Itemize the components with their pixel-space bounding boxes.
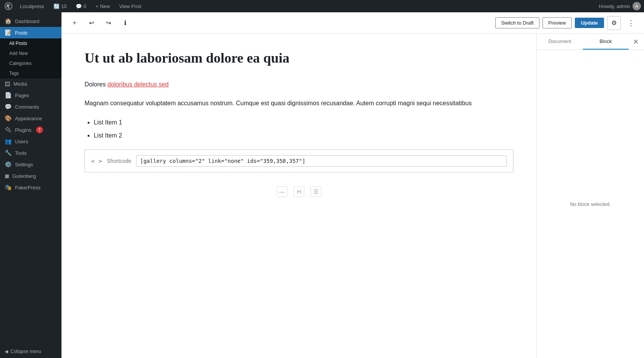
block-toolbar-minus[interactable]: — (277, 186, 287, 197)
sidebar-item-fakerpress[interactable]: 🎭 FakerPress (0, 182, 61, 193)
comments-icon: 💬 (5, 103, 12, 110)
plugins-badge: 7 (36, 126, 43, 133)
settings-cog-icon: ⚙ (611, 19, 617, 27)
sidebar-item-tools[interactable]: 🔧 Tools (0, 147, 61, 159)
panel-close-button[interactable]: ✕ (629, 35, 642, 49)
close-icon: ✕ (633, 38, 639, 46)
block-toolbar: — H ☰ (85, 182, 513, 202)
panel-settings-button[interactable]: ⚙ (607, 16, 621, 30)
gutenberg-icon: ◼ (5, 172, 9, 179)
adminbar-new[interactable]: + New (93, 3, 113, 9)
wp-logo-icon (3, 1, 14, 12)
list-item[interactable]: List Item 1 (94, 118, 513, 128)
shortcode-input[interactable] (136, 155, 507, 167)
adminbar-view-post[interactable]: View Post (116, 3, 144, 9)
avatar: A (632, 2, 641, 10)
shortcode-block[interactable]: < > Shortcode (85, 149, 513, 172)
fakerpress-icon: 🎭 (5, 184, 12, 191)
preview-button[interactable]: Preview (543, 17, 572, 28)
editor-body: Ut ut ab laboriosam dolore ea quia Dolor… (61, 34, 644, 358)
no-block-selected-text: No block selected. (570, 201, 611, 207)
sidebar-item-pages[interactable]: 📄 Pages (0, 90, 61, 101)
post-paragraph-2[interactable]: Magnam consequatur voluptatem accusamus … (85, 98, 513, 108)
editor-toolbar: ＋ ↩ ↪ ℹ Switch to Draft Preview Update ⚙… (61, 12, 644, 34)
adminbar-comments[interactable]: 💬 0 (73, 3, 89, 9)
more-options-button[interactable]: ⋮ (624, 16, 638, 30)
sidebar-item-media[interactable]: 🖼 Media (0, 78, 61, 90)
sidebar-item-all-posts[interactable]: All Posts (0, 38, 61, 48)
users-icon: 👥 (5, 138, 12, 145)
post-content[interactable]: Ut ut ab laboriosam dolore ea quia Dolor… (61, 34, 536, 358)
update-button[interactable]: Update (575, 18, 604, 28)
post-title[interactable]: Ut ut ab laboriosam dolore ea quia (85, 49, 513, 67)
sidebar-item-dashboard[interactable]: 🏠 Dashboard (0, 15, 61, 27)
tools-icon: 🔧 (5, 149, 12, 156)
admin-bar: Localpress 🔄 10 💬 0 + New View Post Howd… (0, 0, 644, 12)
sidebar-item-plugins[interactable]: 🔌 Plugins 7 (0, 124, 61, 136)
sidebar-item-users[interactable]: 👥 Users (0, 136, 61, 147)
panel-content: No block selected. (537, 50, 644, 358)
switch-to-draft-button[interactable]: Switch to Draft (495, 17, 539, 28)
info-icon: ℹ (124, 19, 126, 27)
sidebar-item-categories[interactable]: Categories (0, 58, 61, 68)
adminbar-howdy: Howdy, admin A (599, 2, 641, 10)
tab-block[interactable]: Block (583, 34, 629, 50)
sidebar-collapse-button[interactable]: ◀ Collapse menu (0, 345, 61, 358)
ellipsis-icon: ⋮ (627, 19, 634, 27)
sidebar-item-gutenberg[interactable]: ◼ Gutenberg (0, 170, 61, 182)
dashboard-icon: 🏠 (5, 18, 12, 25)
sidebar-item-appearance[interactable]: 🎨 Appearance (0, 113, 61, 124)
adminbar-right: Howdy, admin A (599, 2, 641, 10)
add-block-icon: ＋ (71, 19, 78, 27)
tab-document[interactable]: Document (537, 34, 583, 50)
posts-icon: 📝 (5, 29, 12, 36)
sidebar: 🏠 Dashboard 📝 Posts All Posts Add New Ca… (0, 12, 61, 358)
appearance-icon: 🎨 (5, 115, 12, 122)
sidebar-section-main: 🏠 Dashboard 📝 Posts All Posts Add New Ca… (0, 12, 61, 196)
settings-icon: ⚙️ (5, 161, 12, 168)
collapse-icon: ◀ (5, 349, 8, 354)
post-paragraph-1[interactable]: Dolores doloribus delectus sed (85, 80, 513, 90)
post-list: List Item 1 List Item 2 (94, 118, 513, 140)
paragraph1-link[interactable]: doloribus delectus sed (108, 81, 169, 88)
add-block-button[interactable]: ＋ (68, 16, 81, 30)
sidebar-item-comments[interactable]: 💬 Comments (0, 101, 61, 113)
redo-icon: ↪ (106, 19, 111, 27)
info-button[interactable]: ℹ (118, 16, 132, 30)
shortcode-label: Shortcode (107, 158, 131, 164)
sidebar-item-settings[interactable]: ⚙️ Settings (0, 159, 61, 170)
plugins-icon: 🔌 (5, 126, 12, 133)
block-toolbar-heading[interactable]: H (294, 186, 304, 197)
list-item[interactable]: List Item 2 (94, 131, 513, 141)
editor-area: ＋ ↩ ↪ ℹ Switch to Draft Preview Update ⚙… (61, 12, 644, 358)
adminbar-updates[interactable]: 🔄 10 (50, 3, 70, 9)
block-toolbar-list[interactable]: ☰ (310, 186, 321, 197)
panel-tabs: Document Block ✕ (537, 34, 644, 50)
sidebar-item-tags[interactable]: Tags (0, 68, 61, 78)
main-layout: 🏠 Dashboard 📝 Posts All Posts Add New Ca… (0, 12, 644, 358)
sidebar-item-add-new[interactable]: Add New (0, 48, 61, 58)
adminbar-site-name[interactable]: Localpress (17, 3, 47, 9)
sidebar-submenu-posts: All Posts Add New Categories Tags (0, 38, 61, 78)
shortcode-icon: < > (91, 157, 102, 165)
toolbar-right: Switch to Draft Preview Update ⚙ ⋮ (495, 16, 638, 30)
undo-icon: ↩ (89, 19, 94, 27)
pages-icon: 📄 (5, 92, 12, 99)
right-panel: Document Block ✕ No block selected. (536, 34, 644, 358)
undo-button[interactable]: ↩ (85, 16, 98, 30)
media-icon: 🖼 (5, 81, 10, 87)
sidebar-item-posts[interactable]: 📝 Posts (0, 27, 61, 38)
redo-button[interactable]: ↪ (101, 16, 115, 30)
